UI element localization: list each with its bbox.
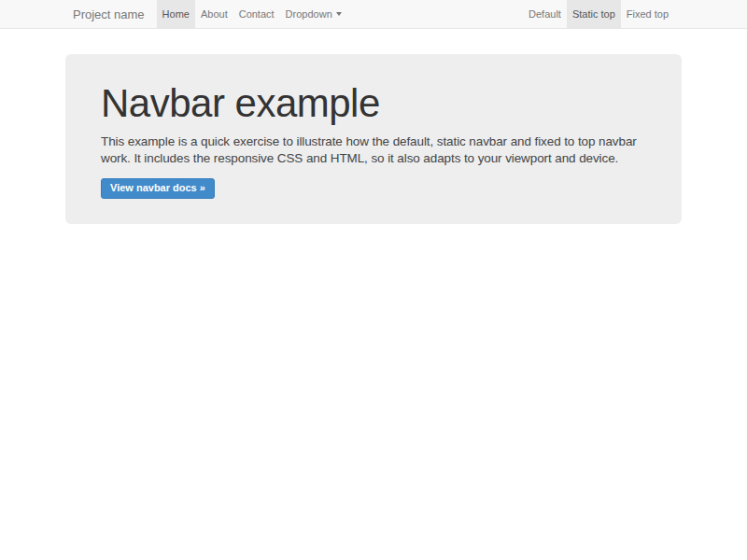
brand-link[interactable]: Project name — [73, 0, 145, 28]
jumbotron: Navbar example This example is a quick e… — [65, 54, 682, 224]
nav-item-dropdown[interactable]: Dropdown — [280, 0, 347, 28]
nav-item-contact[interactable]: Contact — [233, 0, 280, 28]
page-title: Navbar example — [101, 83, 646, 124]
navbar-container: Project name Home About Contact Dropdown… — [65, 0, 682, 28]
nav-item-home[interactable]: Home — [157, 0, 195, 28]
navbar-right-nav: Default Static top Fixed top — [523, 0, 674, 28]
top-navbar: Project name Home About Contact Dropdown… — [0, 0, 747, 29]
navbar-left-group: Project name Home About Contact Dropdown — [73, 0, 347, 28]
jumbotron-description: This example is a quick exercise to illu… — [101, 133, 646, 167]
nav-item-default[interactable]: Default — [523, 0, 567, 28]
main-content: Navbar example This example is a quick e… — [0, 54, 747, 224]
dropdown-label: Dropdown — [286, 0, 332, 28]
caret-down-icon — [336, 12, 342, 16]
navbar-left-nav: Home About Contact Dropdown — [157, 0, 347, 28]
nav-item-about[interactable]: About — [195, 0, 233, 28]
view-navbar-docs-button[interactable]: View navbar docs » — [101, 178, 215, 199]
nav-item-fixed-top[interactable]: Fixed top — [621, 0, 674, 28]
nav-item-static-top[interactable]: Static top — [567, 0, 621, 28]
